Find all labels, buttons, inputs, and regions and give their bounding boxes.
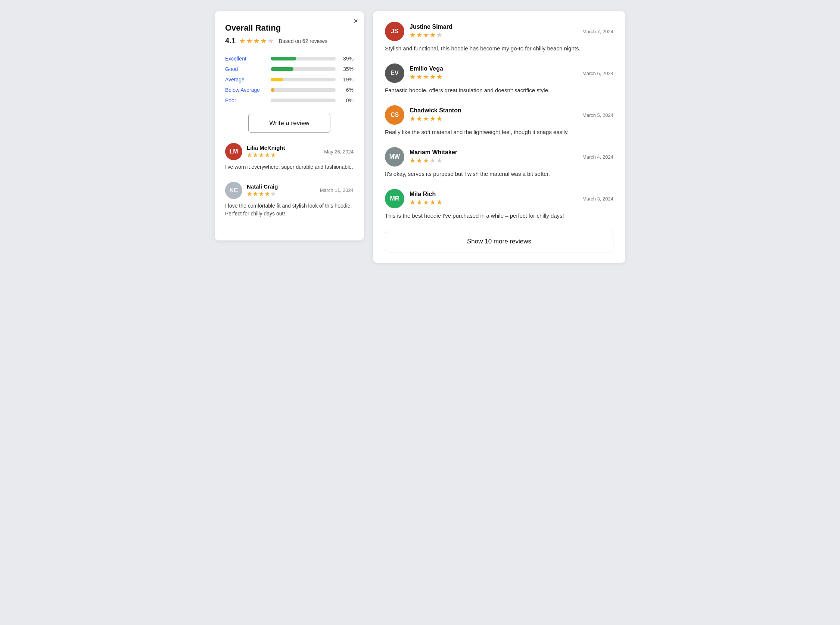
review-text: Stylish and functional, this hoodie has … (385, 44, 613, 53)
bar-fill (271, 67, 293, 71)
write-review-button[interactable]: Write a review (248, 114, 331, 132)
star-icon: ★ (436, 31, 443, 39)
star-icon: ★ (430, 31, 436, 39)
star-icon: ★ (423, 115, 429, 123)
close-button[interactable]: × (354, 17, 358, 25)
based-on: Based on 62 reviews (279, 38, 328, 44)
reviewer-name: Natali Craig (247, 183, 278, 190)
star-icon: ★ (416, 73, 422, 81)
review-date: March 3, 2024 (582, 196, 613, 202)
reviewer-info: MRMila Rich★★★★★ (385, 189, 443, 208)
bar-track (271, 99, 335, 102)
avatar: MR (385, 189, 404, 208)
right-panel: JSJustine Simard★★★★★March 7, 2024Stylis… (373, 11, 625, 263)
review-header: MWMariam Whitaker★★★★★March 4, 2024 (385, 147, 613, 166)
avatar: EV (385, 64, 404, 83)
star-icon: ★ (410, 73, 416, 81)
review-header: CSChadwick Stanton★★★★★March 5, 2024 (385, 105, 613, 125)
star-icon: ★ (268, 37, 274, 45)
star-icon: ★ (271, 190, 276, 197)
review-date: March 7, 2024 (582, 29, 613, 34)
overall-rating-title: Overall Rating (225, 23, 354, 33)
show-more-button[interactable]: Show 10 more reviews (385, 231, 613, 252)
star-icon: ★ (436, 198, 443, 207)
star-icon: ★ (430, 115, 436, 123)
review-stars: ★★★★★ (247, 152, 285, 159)
star-icon: ★ (416, 115, 422, 123)
reviewer-info: CSChadwick Stanton★★★★★ (385, 105, 461, 125)
star-icon: ★ (416, 31, 422, 39)
star-icon: ★ (430, 156, 436, 165)
review-date: May 26, 2024 (324, 149, 354, 155)
star-icon: ★ (261, 37, 267, 45)
star-icon: ★ (271, 152, 276, 159)
star-icon: ★ (423, 31, 429, 39)
page-wrapper: × Overall Rating 4.1 ★★★★★ Based on 62 r… (215, 11, 625, 263)
bar-label: Average (225, 76, 266, 82)
reviewer-info: JSJustine Simard★★★★★ (385, 22, 452, 41)
bar-row: Poor0% (225, 98, 354, 103)
left-panel: × Overall Rating 4.1 ★★★★★ Based on 62 r… (215, 11, 364, 241)
reviewer-name: Justine Simard (410, 23, 452, 30)
bar-row: Good35% (225, 66, 354, 72)
review-card: JSJustine Simard★★★★★March 7, 2024Stylis… (385, 22, 613, 53)
rating-number: 4.1 (225, 37, 236, 45)
review-text: I love the comfortable fit and stylish l… (225, 202, 354, 218)
star-icon: ★ (246, 37, 252, 45)
bar-label: Good (225, 66, 266, 72)
review-stars: ★★★★★ (410, 73, 443, 81)
reviewer-info: NCNatali Craig★★★★★ (225, 182, 278, 199)
star-icon: ★ (436, 73, 443, 81)
avatar: CS (385, 105, 404, 125)
review-header: JSJustine Simard★★★★★March 7, 2024 (385, 22, 613, 41)
bar-label: Below Average (225, 87, 266, 93)
review-header: LMLilia McKnight★★★★★May 26, 2024 (225, 143, 354, 160)
star-icon: ★ (436, 115, 443, 123)
review-header: EVEmilio Vega★★★★★March 6, 2024 (385, 64, 613, 83)
star-icon: ★ (253, 37, 259, 45)
review-card: LMLilia McKnight★★★★★May 26, 2024I've wo… (225, 143, 354, 171)
review-text: I've worn it everywhere, super durable a… (225, 163, 354, 171)
star-icon: ★ (239, 37, 245, 45)
star-icon: ★ (416, 156, 422, 165)
reviewer-info: EVEmilio Vega★★★★★ (385, 64, 443, 83)
reviewer-info: MWMariam Whitaker★★★★★ (385, 147, 457, 166)
star-icon: ★ (416, 198, 422, 207)
review-stars: ★★★★★ (410, 115, 461, 123)
star-icon: ★ (423, 73, 429, 81)
bar-percent: 6% (340, 87, 354, 93)
bar-fill (271, 78, 283, 81)
avatar: NC (225, 182, 242, 199)
star-icon: ★ (430, 73, 436, 81)
reviewer-name: Chadwick Stanton (410, 107, 461, 114)
bar-percent: 35% (340, 66, 354, 72)
review-card: CSChadwick Stanton★★★★★March 5, 2024Real… (385, 105, 613, 137)
reviewer-name: Emilio Vega (410, 65, 443, 72)
review-card: MRMila Rich★★★★★March 3, 2024This is the… (385, 189, 613, 220)
review-stars: ★★★★★ (410, 198, 443, 207)
reviewer-name: Mila Rich (410, 191, 443, 197)
bar-percent: 39% (340, 56, 354, 62)
review-date: March 6, 2024 (582, 71, 613, 76)
bar-row: Excellent39% (225, 56, 354, 62)
star-icon: ★ (430, 198, 436, 207)
star-icon: ★ (410, 198, 416, 207)
star-icon: ★ (436, 156, 443, 165)
star-icon: ★ (410, 115, 416, 123)
star-icon: ★ (259, 190, 264, 197)
bar-track (271, 67, 335, 71)
star-icon: ★ (253, 152, 258, 159)
bar-percent: 0% (340, 98, 354, 103)
bar-row: Average19% (225, 76, 354, 82)
star-icon: ★ (410, 156, 416, 165)
star-icon: ★ (265, 152, 270, 159)
avatar: JS (385, 22, 404, 41)
review-date: March 5, 2024 (582, 112, 613, 118)
star-icon: ★ (423, 156, 429, 165)
review-header: MRMila Rich★★★★★March 3, 2024 (385, 189, 613, 208)
star-icon: ★ (247, 152, 252, 159)
bar-track (271, 88, 335, 92)
rating-summary: 4.1 ★★★★★ Based on 62 reviews (225, 37, 354, 45)
review-text: Fantastic hoodie, offers great insulatio… (385, 86, 613, 95)
reviewer-info: LMLilia McKnight★★★★★ (225, 143, 285, 160)
